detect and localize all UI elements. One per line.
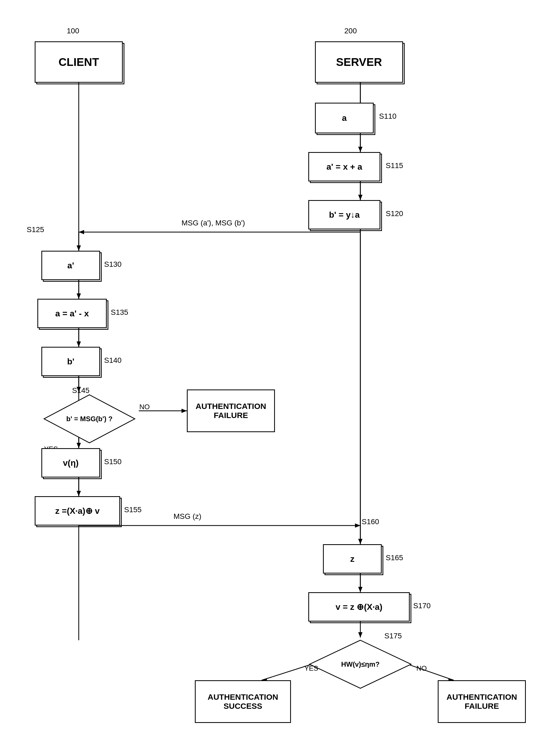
- auth-failure-1-box: AUTHENTICATION FAILURE: [187, 389, 275, 432]
- s175-diamond: HW(v)≤ηm?: [307, 638, 414, 691]
- s160-step: S160: [362, 517, 379, 526]
- client-box: CLIENT: [35, 41, 123, 83]
- svg-marker-4: [358, 147, 362, 152]
- auth-success-label: AUTHENTICATION SUCCESS: [208, 693, 278, 711]
- s175-no: NO: [416, 664, 427, 672]
- s135-label: a = a' - x: [55, 309, 89, 319]
- s175-yes: YES: [304, 664, 318, 672]
- auth-failure-2-label: AUTHENTICATION FAILURE: [447, 693, 517, 711]
- svg-marker-6: [358, 195, 362, 200]
- s170-box: v = z ⊕(X·a): [308, 592, 410, 622]
- svg-marker-12: [77, 294, 81, 299]
- s115-step: S115: [386, 161, 403, 170]
- s110-label: a: [342, 113, 347, 123]
- msg-label-1: MSG (a'), MSG (b'): [182, 219, 245, 227]
- client-label: CLIENT: [58, 56, 99, 69]
- auth-success-box: AUTHENTICATION SUCCESS: [195, 680, 291, 723]
- s165-box: z: [323, 544, 382, 573]
- s175-step: S175: [384, 632, 402, 640]
- s120-box: b' = y↓a: [308, 200, 380, 230]
- auth-failure-1-label: AUTHENTICATION FAILURE: [196, 402, 266, 420]
- svg-marker-18: [182, 409, 187, 413]
- s165-label: z: [350, 554, 354, 564]
- svg-marker-10: [77, 246, 81, 251]
- s145-diamond: b' = MSG(b') ?: [41, 392, 137, 445]
- s120-label: b' = y↓a: [329, 210, 360, 220]
- s110-step: S110: [379, 112, 396, 121]
- s170-label: v = z ⊕(X·a): [336, 602, 382, 612]
- s130-label: a': [67, 261, 74, 271]
- s145-no: NO: [139, 403, 150, 411]
- s145-text: b' = MSG(b') ?: [60, 415, 119, 423]
- s140-label: b': [67, 357, 74, 366]
- s115-box: a' = x + a: [308, 152, 380, 181]
- svg-marker-22: [77, 491, 81, 496]
- svg-marker-8: [79, 230, 84, 234]
- s150-label: v(η): [63, 458, 79, 468]
- s175-text: HW(v)≤ηm?: [328, 660, 392, 668]
- client-number-label: 100: [67, 27, 79, 35]
- s145-step: S145: [72, 386, 89, 395]
- s125-step: S125: [27, 226, 44, 234]
- svg-marker-30: [358, 632, 362, 638]
- s120-step: S120: [386, 210, 403, 218]
- s155-box: z =(X·a)⊕ v: [35, 496, 120, 525]
- diagram: 100 200 CLIENT SERVER a S110 a' = x + a …: [0, 0, 560, 732]
- server-label: SERVER: [336, 56, 382, 69]
- msg-label-2: MSG (z): [173, 512, 201, 521]
- s170-step: S170: [413, 601, 431, 610]
- s140-step: S140: [104, 356, 121, 365]
- s135-step: S135: [111, 308, 128, 317]
- s110-box: a: [315, 103, 374, 133]
- svg-marker-14: [77, 342, 81, 347]
- s165-step: S165: [386, 553, 403, 562]
- s150-box: v(η): [41, 448, 100, 477]
- s130-box: a': [41, 251, 100, 280]
- server-box: SERVER: [315, 41, 403, 83]
- svg-marker-24: [355, 523, 360, 528]
- s155-label: z =(X·a)⊕ v: [55, 506, 100, 516]
- s155-step: S155: [124, 505, 141, 514]
- auth-failure-2-box: AUTHENTICATION FAILURE: [438, 680, 526, 723]
- s130-step: S130: [104, 260, 121, 269]
- svg-marker-28: [358, 587, 362, 592]
- server-number-label: 200: [344, 27, 357, 35]
- s135-box: a = a' - x: [37, 299, 107, 328]
- s115-label: a' = x + a: [326, 162, 362, 172]
- s140-box: b': [41, 347, 100, 376]
- svg-marker-26: [358, 539, 362, 544]
- s150-step: S150: [104, 457, 121, 466]
